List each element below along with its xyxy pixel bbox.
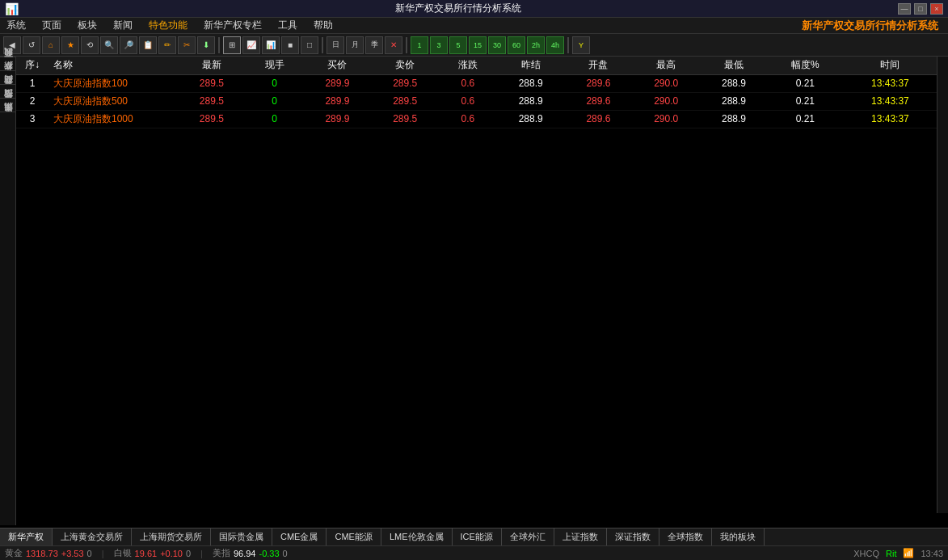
status-usd-change: -0.33 bbox=[259, 549, 279, 558]
cell-row0-col2: 289.5 bbox=[178, 74, 246, 92]
tb-y[interactable]: Y bbox=[572, 36, 590, 54]
tb-cut[interactable]: ✂ bbox=[178, 36, 196, 54]
sidebar-tab-news[interactable]: 新闻资讯 bbox=[0, 112, 15, 125]
tb-search1[interactable]: 🔍 bbox=[100, 36, 118, 54]
menu-item-特色功能[interactable]: 特色功能 bbox=[145, 19, 191, 32]
bottom-tab-新华产权[interactable]: 新华产权 bbox=[0, 528, 53, 545]
tb-copy[interactable]: 📋 bbox=[139, 36, 157, 54]
cell-row0-col7: 288.9 bbox=[497, 74, 565, 92]
menu-item-新华产权专栏[interactable]: 新华产权专栏 bbox=[200, 19, 265, 32]
menu-item-板块[interactable]: 板块 bbox=[74, 19, 100, 32]
status-silver-change: +0.10 bbox=[160, 549, 183, 558]
titlebar: 📊 新华产权交易所行情分析系统 — □ × bbox=[0, 0, 948, 18]
menubar: 系统页面板块新闻特色功能新华产权专栏工具帮助新华产权交易所行情分析系统 bbox=[0, 18, 948, 34]
tb-day[interactable]: 日 bbox=[327, 36, 344, 54]
menu-item-新闻[interactable]: 新闻 bbox=[110, 19, 136, 32]
bottom-tab-LME伦敦金属[interactable]: LME伦敦金属 bbox=[381, 528, 453, 545]
cell-row2-col0: 3 bbox=[16, 110, 48, 128]
menu-item-系统[interactable]: 系统 bbox=[3, 19, 29, 32]
minimize-button[interactable]: — bbox=[898, 3, 911, 15]
menubar-app-title: 新华产权交易所行情分析系统 bbox=[802, 19, 938, 33]
cell-row0-col3: 0 bbox=[246, 74, 304, 92]
col-header-seq: 序↓ bbox=[16, 57, 48, 74]
bottom-tab-上证指数[interactable]: 上证指数 bbox=[554, 528, 607, 545]
bottom-tab-CME能源[interactable]: CME能源 bbox=[327, 528, 381, 545]
col-header-latest: 最新 bbox=[178, 57, 246, 74]
window-controls: — □ × bbox=[898, 3, 943, 15]
table-row[interactable]: 2大庆原油指数500289.50289.9289.50.6288.9289.62… bbox=[16, 92, 937, 110]
cell-row0-col6: 0.6 bbox=[439, 74, 497, 92]
status-server: XHCQ bbox=[853, 549, 879, 558]
cell-row2-col3: 0 bbox=[246, 110, 304, 128]
status-usd: 美指 96.94 -0.33 0 bbox=[213, 547, 288, 559]
cell-row2-col4: 289.9 bbox=[304, 110, 372, 128]
tb-season[interactable]: 季 bbox=[365, 36, 383, 54]
tb-num-2h[interactable]: 2h bbox=[527, 36, 545, 54]
bottom-tab-全球外汇[interactable]: 全球外汇 bbox=[502, 528, 554, 545]
menu-item-帮助[interactable]: 帮助 bbox=[310, 19, 336, 32]
close-button[interactable]: × bbox=[930, 3, 943, 15]
status-silver-label: 白银 bbox=[114, 547, 132, 559]
tb-favorites[interactable]: ★ bbox=[61, 36, 79, 54]
toolbar: ◀ ↺ ⌂ ★ ⟲ 🔍 🔎 📋 ✏ ✂ ⬇ ⊞ 📈 📊 ■ □ 日 月 季 ✕ … bbox=[0, 34, 948, 57]
bottom-tab-深证指数[interactable]: 深证指数 bbox=[607, 528, 659, 545]
tb-chart-line[interactable]: 📈 bbox=[242, 36, 260, 54]
col-header-time: 时间 bbox=[843, 57, 937, 74]
menu-item-页面[interactable]: 页面 bbox=[39, 19, 65, 32]
table-row[interactable]: 3大庆原油指数1000289.50289.9289.50.6288.9289.6… bbox=[16, 110, 937, 128]
col-header-change: 涨跌 bbox=[439, 57, 497, 74]
tb-num-5[interactable]: 5 bbox=[449, 36, 467, 54]
bottom-tab-上海期货交易所[interactable]: 上海期货交易所 bbox=[132, 528, 211, 545]
tb-box1[interactable]: ■ bbox=[281, 36, 299, 54]
bottom-tab-全球指数[interactable]: 全球指数 bbox=[659, 528, 712, 545]
cell-row1-col12: 13:43:37 bbox=[843, 92, 937, 110]
tb-num-15[interactable]: 15 bbox=[469, 36, 487, 54]
status-gold-value: 1318.73 bbox=[26, 549, 58, 558]
sidebar-tab-mypage[interactable]: 我的页面 bbox=[0, 57, 15, 70]
tb-num-30[interactable]: 30 bbox=[488, 36, 506, 54]
tb-box2[interactable]: □ bbox=[301, 36, 318, 54]
bottom-tab-国际贵金属[interactable]: 国际贵金属 bbox=[211, 528, 272, 545]
cell-row2-col1: 大庆原油指数1000 bbox=[48, 110, 178, 128]
tb-search2[interactable]: 🔎 bbox=[120, 36, 137, 54]
cell-row1-col8: 289.6 bbox=[565, 92, 633, 110]
tb-num-1[interactable]: 1 bbox=[411, 36, 428, 54]
cell-row2-col5: 289.5 bbox=[371, 110, 439, 128]
tb-num-4h[interactable]: 4h bbox=[546, 36, 564, 54]
sidebar-tab-xinhua[interactable]: 新华产权 bbox=[0, 70, 15, 84]
tb-num-60[interactable]: 60 bbox=[508, 36, 525, 54]
main-content: 序↓ 名称 最新 现手 买价 卖价 涨跌 昨结 开盘 最高 最低 幅度% 时间 … bbox=[16, 57, 937, 513]
tb-download[interactable]: ⬇ bbox=[197, 36, 215, 54]
cell-row2-col6: 0.6 bbox=[439, 110, 497, 128]
sidebar-tab-index-futures[interactable]: 股指期货 bbox=[0, 98, 15, 112]
bottom-tab-我的板块[interactable]: 我的板块 bbox=[712, 528, 765, 545]
tb-edit[interactable]: ✏ bbox=[158, 36, 176, 54]
cell-row0-col4: 289.9 bbox=[304, 74, 372, 92]
tb-num-3[interactable]: 3 bbox=[430, 36, 448, 54]
tb-prev[interactable]: ⟲ bbox=[81, 36, 99, 54]
bottom-tab-ICE能源[interactable]: ICE能源 bbox=[453, 528, 502, 545]
cell-row0-col12: 13:43:37 bbox=[843, 74, 937, 92]
col-header-name: 名称 bbox=[48, 57, 178, 74]
tb-chart-bar[interactable]: 📊 bbox=[262, 36, 280, 54]
tb-back[interactable]: ◀ bbox=[3, 36, 21, 54]
menu-item-工具[interactable]: 工具 bbox=[275, 19, 301, 32]
status-time: 13:43 bbox=[921, 549, 943, 558]
status-gold: 黄金 1318.73 +3.53 0 bbox=[5, 547, 92, 559]
tb-month[interactable]: 月 bbox=[346, 36, 364, 54]
data-table: 序↓ 名称 最新 现手 买价 卖价 涨跌 昨结 开盘 最高 最低 幅度% 时间 … bbox=[16, 57, 937, 128]
bottom-tab-上海黄金交易所[interactable]: 上海黄金交易所 bbox=[53, 528, 132, 545]
toolbar-sep-4 bbox=[567, 37, 569, 53]
maximize-button[interactable]: □ bbox=[914, 3, 927, 15]
table-row[interactable]: 1大庆原油指数100289.50289.9289.50.6288.9289.62… bbox=[16, 74, 937, 92]
status-gold-label: 黄金 bbox=[5, 547, 23, 559]
tb-home[interactable]: ⌂ bbox=[42, 36, 60, 54]
tb-grid[interactable]: ⊞ bbox=[223, 36, 241, 54]
tb-refresh[interactable]: ↺ bbox=[23, 36, 40, 54]
scrollbar[interactable] bbox=[937, 57, 948, 513]
cell-row2-col12: 13:43:37 bbox=[843, 110, 937, 128]
bottom-tab-CME金属[interactable]: CME金属 bbox=[272, 528, 327, 545]
status-usd-extra: 0 bbox=[283, 549, 288, 558]
sidebar-tab-commodity[interactable]: 商品期货 bbox=[0, 84, 15, 98]
tb-close-x[interactable]: ✕ bbox=[385, 36, 402, 54]
